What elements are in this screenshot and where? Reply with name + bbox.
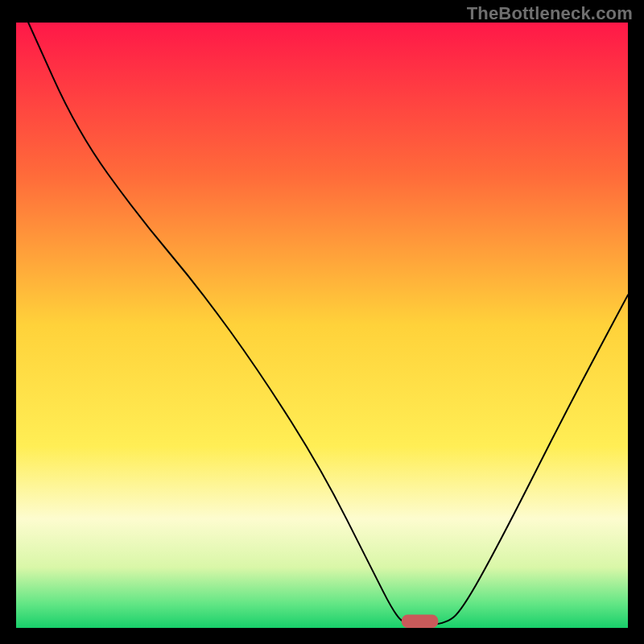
chart-frame: TheBottleneck.com — [0, 0, 644, 644]
plot-area — [16, 23, 628, 628]
watermark-label: TheBottleneck.com — [467, 3, 633, 24]
gradient-background — [16, 23, 628, 628]
bottleneck-chart-svg — [16, 23, 628, 628]
optimal-marker — [402, 614, 439, 628]
